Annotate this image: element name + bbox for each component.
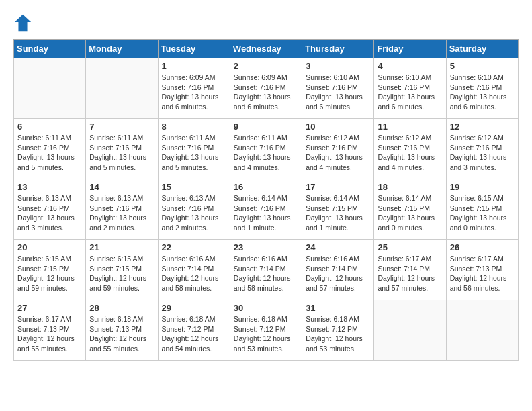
logo <box>13 13 35 32</box>
day-info: Sunrise: 6:18 AM Sunset: 7:12 PM Dayligh… <box>162 314 226 354</box>
day-info: Sunrise: 6:11 AM Sunset: 7:16 PM Dayligh… <box>234 133 298 173</box>
day-number: 29 <box>162 303 226 313</box>
day-number: 18 <box>378 182 442 192</box>
day-number: 19 <box>450 182 515 192</box>
calendar-cell <box>374 300 446 361</box>
day-number: 28 <box>89 303 154 313</box>
day-number: 5 <box>450 61 515 71</box>
day-info: Sunrise: 6:12 AM Sunset: 7:16 PM Dayligh… <box>378 133 442 173</box>
calendar-cell: 7Sunrise: 6:11 AM Sunset: 7:16 PM Daylig… <box>86 119 158 179</box>
day-number: 30 <box>234 303 298 313</box>
day-header-monday: Monday <box>86 40 158 58</box>
day-info: Sunrise: 6:11 AM Sunset: 7:16 PM Dayligh… <box>17 133 82 173</box>
day-number: 15 <box>162 182 226 192</box>
day-info: Sunrise: 6:17 AM Sunset: 7:13 PM Dayligh… <box>17 314 82 354</box>
day-number: 26 <box>450 242 515 253</box>
day-info: Sunrise: 6:15 AM Sunset: 7:15 PM Dayligh… <box>17 254 82 293</box>
calendar-cell: 23Sunrise: 6:16 AM Sunset: 7:14 PM Dayli… <box>230 240 302 300</box>
calendar-cell: 25Sunrise: 6:17 AM Sunset: 7:14 PM Dayli… <box>374 240 446 300</box>
calendar-cell: 11Sunrise: 6:12 AM Sunset: 7:16 PM Dayli… <box>374 119 446 179</box>
calendar-table: SundayMondayTuesdayWednesdayThursdayFrid… <box>13 39 519 361</box>
calendar-cell: 4Sunrise: 6:10 AM Sunset: 7:16 PM Daylig… <box>374 58 446 119</box>
day-number: 31 <box>306 303 370 313</box>
calendar-cell: 1Sunrise: 6:09 AM Sunset: 7:16 PM Daylig… <box>158 58 230 119</box>
day-info: Sunrise: 6:13 AM Sunset: 7:16 PM Dayligh… <box>89 193 154 233</box>
day-header-friday: Friday <box>374 40 446 58</box>
calendar-cell: 6Sunrise: 6:11 AM Sunset: 7:16 PM Daylig… <box>14 119 86 179</box>
calendar-cell: 14Sunrise: 6:13 AM Sunset: 7:16 PM Dayli… <box>86 179 158 240</box>
day-number: 3 <box>306 61 370 71</box>
day-header-wednesday: Wednesday <box>230 40 302 58</box>
day-number: 9 <box>234 122 298 132</box>
day-header-tuesday: Tuesday <box>158 40 230 58</box>
week-row-5: 27Sunrise: 6:17 AM Sunset: 7:13 PM Dayli… <box>14 300 519 361</box>
calendar-cell: 18Sunrise: 6:14 AM Sunset: 7:15 PM Dayli… <box>374 179 446 240</box>
day-info: Sunrise: 6:17 AM Sunset: 7:14 PM Dayligh… <box>378 254 442 293</box>
day-number: 16 <box>234 182 298 192</box>
calendar-cell: 15Sunrise: 6:13 AM Sunset: 7:16 PM Dayli… <box>158 179 230 240</box>
calendar-cell: 26Sunrise: 6:17 AM Sunset: 7:13 PM Dayli… <box>446 240 518 300</box>
day-info: Sunrise: 6:16 AM Sunset: 7:14 PM Dayligh… <box>162 254 226 293</box>
day-header-thursday: Thursday <box>302 40 374 58</box>
calendar-cell: 29Sunrise: 6:18 AM Sunset: 7:12 PM Dayli… <box>158 300 230 361</box>
day-info: Sunrise: 6:10 AM Sunset: 7:16 PM Dayligh… <box>378 73 442 112</box>
day-info: Sunrise: 6:12 AM Sunset: 7:16 PM Dayligh… <box>450 133 515 173</box>
calendar-cell <box>86 58 158 119</box>
day-number: 8 <box>162 122 226 132</box>
page-header <box>13 13 519 32</box>
calendar-cell: 21Sunrise: 6:15 AM Sunset: 7:15 PM Dayli… <box>86 240 158 300</box>
day-number: 25 <box>378 242 442 253</box>
day-info: Sunrise: 6:10 AM Sunset: 7:16 PM Dayligh… <box>306 73 370 112</box>
calendar-cell: 3Sunrise: 6:10 AM Sunset: 7:16 PM Daylig… <box>302 58 374 119</box>
calendar-cell: 20Sunrise: 6:15 AM Sunset: 7:15 PM Dayli… <box>14 240 86 300</box>
day-info: Sunrise: 6:14 AM Sunset: 7:16 PM Dayligh… <box>234 193 298 233</box>
day-number: 23 <box>234 242 298 253</box>
day-number: 27 <box>17 303 82 313</box>
day-info: Sunrise: 6:18 AM Sunset: 7:12 PM Dayligh… <box>306 314 370 354</box>
day-header-sunday: Sunday <box>14 40 86 58</box>
day-number: 10 <box>306 122 370 132</box>
day-number: 14 <box>89 182 154 192</box>
day-info: Sunrise: 6:18 AM Sunset: 7:12 PM Dayligh… <box>234 314 298 354</box>
calendar-cell: 24Sunrise: 6:16 AM Sunset: 7:14 PM Dayli… <box>302 240 374 300</box>
calendar-cell: 22Sunrise: 6:16 AM Sunset: 7:14 PM Dayli… <box>158 240 230 300</box>
day-info: Sunrise: 6:10 AM Sunset: 7:16 PM Dayligh… <box>450 73 515 112</box>
week-row-1: 1Sunrise: 6:09 AM Sunset: 7:16 PM Daylig… <box>14 58 519 119</box>
calendar-cell: 10Sunrise: 6:12 AM Sunset: 7:16 PM Dayli… <box>302 119 374 179</box>
day-info: Sunrise: 6:09 AM Sunset: 7:16 PM Dayligh… <box>234 73 298 112</box>
day-number: 20 <box>17 242 82 253</box>
calendar-cell: 17Sunrise: 6:14 AM Sunset: 7:15 PM Dayli… <box>302 179 374 240</box>
day-number: 4 <box>378 61 442 71</box>
day-number: 13 <box>17 182 82 192</box>
calendar-cell: 9Sunrise: 6:11 AM Sunset: 7:16 PM Daylig… <box>230 119 302 179</box>
day-info: Sunrise: 6:16 AM Sunset: 7:14 PM Dayligh… <box>306 254 370 293</box>
day-number: 17 <box>306 182 370 192</box>
calendar-cell: 27Sunrise: 6:17 AM Sunset: 7:13 PM Dayli… <box>14 300 86 361</box>
calendar-cell: 5Sunrise: 6:10 AM Sunset: 7:16 PM Daylig… <box>446 58 518 119</box>
day-info: Sunrise: 6:14 AM Sunset: 7:15 PM Dayligh… <box>306 193 370 233</box>
calendar-cell: 2Sunrise: 6:09 AM Sunset: 7:16 PM Daylig… <box>230 58 302 119</box>
day-number: 6 <box>17 122 82 132</box>
day-number: 21 <box>89 242 154 253</box>
calendar-cell: 16Sunrise: 6:14 AM Sunset: 7:16 PM Dayli… <box>230 179 302 240</box>
logo-icon <box>13 13 32 32</box>
week-row-3: 13Sunrise: 6:13 AM Sunset: 7:16 PM Dayli… <box>14 179 519 240</box>
day-header-saturday: Saturday <box>446 40 518 58</box>
svg-marker-0 <box>15 15 31 31</box>
calendar-cell: 13Sunrise: 6:13 AM Sunset: 7:16 PM Dayli… <box>14 179 86 240</box>
week-row-2: 6Sunrise: 6:11 AM Sunset: 7:16 PM Daylig… <box>14 119 519 179</box>
week-row-4: 20Sunrise: 6:15 AM Sunset: 7:15 PM Dayli… <box>14 240 519 300</box>
day-info: Sunrise: 6:13 AM Sunset: 7:16 PM Dayligh… <box>162 193 226 233</box>
calendar-cell: 31Sunrise: 6:18 AM Sunset: 7:12 PM Dayli… <box>302 300 374 361</box>
day-info: Sunrise: 6:18 AM Sunset: 7:13 PM Dayligh… <box>89 314 154 354</box>
calendar-cell: 30Sunrise: 6:18 AM Sunset: 7:12 PM Dayli… <box>230 300 302 361</box>
calendar-cell: 19Sunrise: 6:15 AM Sunset: 7:15 PM Dayli… <box>446 179 518 240</box>
day-number: 2 <box>234 61 298 71</box>
day-info: Sunrise: 6:15 AM Sunset: 7:15 PM Dayligh… <box>450 193 515 233</box>
day-info: Sunrise: 6:15 AM Sunset: 7:15 PM Dayligh… <box>89 254 154 293</box>
day-info: Sunrise: 6:12 AM Sunset: 7:16 PM Dayligh… <box>306 133 370 173</box>
day-info: Sunrise: 6:14 AM Sunset: 7:15 PM Dayligh… <box>378 193 442 233</box>
day-info: Sunrise: 6:13 AM Sunset: 7:16 PM Dayligh… <box>17 193 82 233</box>
day-number: 11 <box>378 122 442 132</box>
calendar-cell: 28Sunrise: 6:18 AM Sunset: 7:13 PM Dayli… <box>86 300 158 361</box>
